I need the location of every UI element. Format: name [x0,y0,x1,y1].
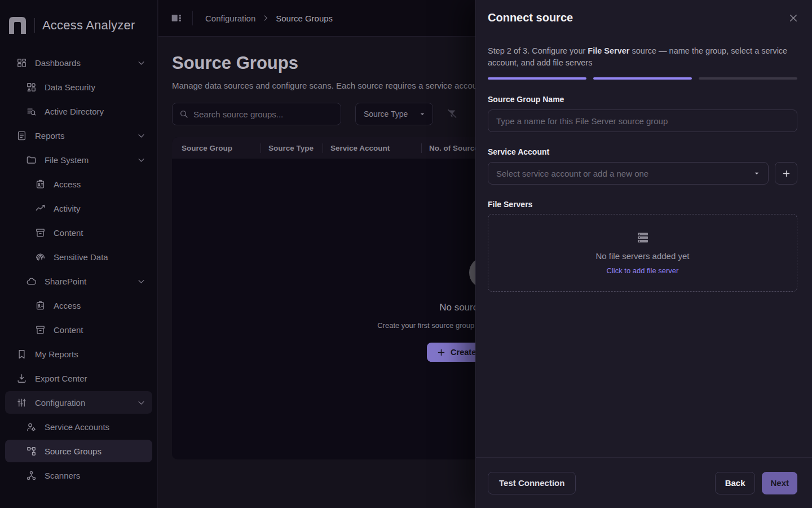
my-reports-icon [16,349,27,360]
close-icon[interactable] [788,13,798,23]
scanners-icon [26,470,37,481]
chevron-down-icon [137,277,145,286]
sidebar-item-label: Content [54,228,145,238]
source-group-name-field[interactable] [488,110,797,132]
configuration-icon [16,397,27,408]
sidebar-item-export-center[interactable]: Export Center [5,367,152,389]
clear-filter-icon[interactable] [445,108,458,120]
sidebar-item-label: Source Groups [45,446,145,456]
service-account-select[interactable]: Select service account or add a new one [488,162,769,185]
source-group-name-label: Source Group Name [488,95,797,104]
sidebar: Access Analyzer DashboardsData SecurityA… [0,0,158,508]
chevron-down-icon [137,132,145,140]
source-type-filter-label: Source Type [364,110,408,119]
drawer-header: Connect source [476,0,812,24]
sidebar-item-access[interactable]: Access [5,294,152,317]
server-stack-icon [636,231,650,244]
sidebar-item-label: File System [45,155,137,165]
add-file-server-link[interactable]: Click to add file server [607,266,679,275]
chevron-down-icon [137,59,145,67]
access-icon [35,179,46,190]
service-account-label: Service Account [488,147,797,156]
sidebar-item-label: Dashboards [35,58,137,68]
sidebar-item-access[interactable]: Access [5,173,152,195]
sidebar-item-dashboards[interactable]: Dashboards [5,51,152,74]
logo-n-icon [8,16,27,35]
column-header: Source Type [261,143,323,153]
service-account-placeholder: Select service account or add a new one [496,169,648,178]
active-directory-icon [26,106,37,117]
drawer-title: Connect source [488,11,573,24]
plus-icon [782,169,791,178]
sidebar-item-label: My Reports [35,349,145,359]
sidebar-item-label: Sensitive Data [54,252,145,262]
content-icon [35,325,46,335]
source-group-name-input[interactable] [496,116,789,126]
export-center-icon [16,373,27,384]
sidebar-item-source-groups[interactable]: Source Groups [5,440,152,462]
app-logo: Access Analyzer [0,0,157,50]
sidebar-item-service-accounts[interactable]: Service Accounts [5,415,152,438]
sidebar-item-content[interactable]: Content [5,318,152,341]
sidebar-item-content[interactable]: Content [5,221,152,244]
plus-icon [437,348,445,357]
search-icon [179,110,188,119]
access-icon [35,300,46,311]
test-connection-button[interactable]: Test Connection [488,472,576,494]
service-accounts-icon [26,422,37,432]
sidebar-item-label: Content [54,325,145,335]
step-source-type: File Server [588,46,629,55]
sidebar-item-sensitive-data[interactable]: Sensitive Data [5,246,152,268]
content-icon [35,227,46,238]
column-header: Source Group [172,143,261,153]
sidebar-item-activity[interactable]: Activity [5,197,152,220]
add-service-account-button[interactable] [775,162,797,185]
sidebar-item-label: Access [54,301,145,310]
sidebar-item-file-system[interactable]: File System [5,148,152,171]
sidebar-nav: DashboardsData SecurityActive DirectoryR… [0,51,157,487]
sidebar-item-scanners[interactable]: Scanners [5,464,152,487]
file-system-icon [26,155,37,165]
sidebar-item-label: Active Directory [45,107,145,116]
source-groups-icon [26,446,37,457]
sidebar-item-sharepoint[interactable]: SharePoint [5,270,152,292]
sidebar-item-reports[interactable]: Reports [5,124,152,147]
chevron-down-icon [137,398,145,407]
sensitive-data-icon [35,252,46,262]
sidebar-item-data-security[interactable]: Data Security [5,76,152,98]
chevron-right-icon [262,14,270,22]
sidebar-item-my-reports[interactable]: My Reports [5,343,152,365]
sharepoint-icon [26,276,37,287]
sidebar-item-configuration[interactable]: Configuration [5,391,152,414]
reports-icon [16,130,27,141]
source-type-filter[interactable]: Source Type [355,103,433,125]
dashboards-icon [16,58,27,68]
topbar-divider [192,11,193,25]
caret-down-icon [752,169,761,178]
breadcrumb-configuration[interactable]: Configuration [205,14,255,23]
sidebar-item-active-directory[interactable]: Active Directory [5,100,152,122]
progress-segment-2 [593,77,692,80]
step-progress-bar [488,77,797,80]
breadcrumb-source-groups[interactable]: Source Groups [276,14,333,23]
sidebar-item-label: SharePoint [45,277,137,286]
chevron-down-icon [137,156,145,164]
sidebar-item-label: Reports [35,131,137,141]
sidebar-collapse-icon[interactable] [171,12,182,24]
column-header: Service Account [323,143,421,153]
sidebar-item-label: Access [54,179,145,189]
next-button[interactable]: Next [762,472,797,494]
breadcrumb: Configuration Source Groups [205,14,333,23]
progress-segment-1 [488,77,586,80]
file-servers-label: File Servers [488,200,797,209]
search-input[interactable] [193,110,334,119]
sidebar-item-label: Scanners [45,471,145,480]
search-box[interactable] [172,103,341,125]
step-description: Step 2 of 3. Configure your File Server … [488,45,797,69]
sidebar-item-label: Service Accounts [45,422,145,432]
app-title: Access Analyzer [42,18,135,33]
file-servers-dropzone[interactable]: No file servers added yet Click to add f… [488,214,797,292]
caret-down-icon [418,110,427,119]
back-button[interactable]: Back [715,472,756,494]
logo-divider [34,18,35,33]
